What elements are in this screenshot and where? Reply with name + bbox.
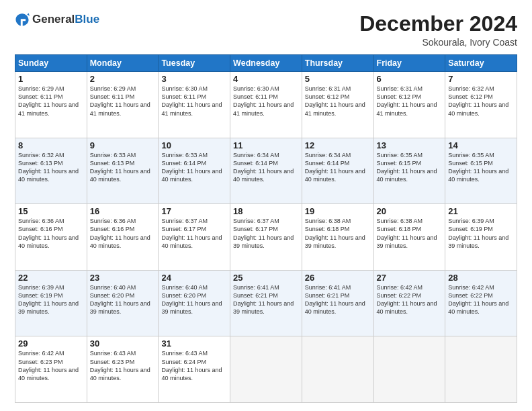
calendar-cell: 11Sunrise: 6:34 AMSunset: 6:14 PMDayligh… (230, 138, 302, 204)
day-number: 27 (377, 273, 443, 283)
calendar-week-1: 1Sunrise: 6:29 AMSunset: 6:11 PMDaylight… (15, 72, 517, 138)
logo-text-block: GeneralBlue (32, 13, 99, 26)
day-number: 11 (233, 140, 299, 150)
calendar-cell (445, 336, 517, 403)
header: GeneralBlue December 2024 Sokourala, Ivo… (15, 12, 517, 48)
calendar-cell: 18Sunrise: 6:37 AMSunset: 6:17 PMDayligh… (230, 204, 302, 271)
day-number: 17 (161, 206, 227, 216)
title-block: December 2024 Sokourala, Ivory Coast (359, 12, 517, 48)
day-number: 28 (448, 273, 514, 283)
day-info: Sunrise: 6:33 AMSunset: 6:13 PMDaylight:… (90, 151, 156, 184)
day-number: 16 (90, 206, 156, 216)
calendar-cell: 14Sunrise: 6:35 AMSunset: 6:15 PMDayligh… (445, 138, 517, 204)
day-number: 1 (18, 74, 84, 84)
logo-general: GeneralBlue (32, 13, 99, 26)
calendar-cell: 15Sunrise: 6:36 AMSunset: 6:16 PMDayligh… (15, 204, 87, 271)
day-number: 2 (90, 74, 156, 84)
calendar-cell: 12Sunrise: 6:34 AMSunset: 6:14 PMDayligh… (302, 138, 373, 204)
day-number: 13 (377, 140, 443, 150)
calendar-cell: 3Sunrise: 6:30 AMSunset: 6:11 PMDaylight… (159, 72, 230, 138)
day-number: 10 (161, 140, 227, 150)
calendar-cell: 10Sunrise: 6:33 AMSunset: 6:14 PMDayligh… (159, 138, 230, 204)
page: GeneralBlue December 2024 Sokourala, Ivo… (0, 0, 532, 411)
calendar-cell: 30Sunrise: 6:43 AMSunset: 6:23 PMDayligh… (87, 336, 159, 403)
calendar-cell: 24Sunrise: 6:40 AMSunset: 6:20 PMDayligh… (159, 270, 230, 336)
calendar-cell: 31Sunrise: 6:43 AMSunset: 6:24 PMDayligh… (159, 336, 230, 403)
day-info: Sunrise: 6:35 AMSunset: 6:15 PMDaylight:… (377, 151, 443, 184)
calendar-week-4: 22Sunrise: 6:39 AMSunset: 6:19 PMDayligh… (15, 270, 517, 336)
day-info: Sunrise: 6:42 AMSunset: 6:22 PMDaylight:… (377, 283, 443, 316)
day-number: 19 (305, 206, 371, 216)
day-number: 6 (377, 74, 443, 84)
day-info: Sunrise: 6:40 AMSunset: 6:20 PMDaylight:… (90, 283, 156, 316)
calendar-cell: 1Sunrise: 6:29 AMSunset: 6:11 PMDaylight… (15, 72, 87, 138)
calendar-cell: 16Sunrise: 6:36 AMSunset: 6:16 PMDayligh… (87, 204, 159, 271)
col-header-friday: Friday (373, 55, 445, 72)
day-info: Sunrise: 6:43 AMSunset: 6:23 PMDaylight:… (90, 349, 156, 382)
calendar-cell: 6Sunrise: 6:31 AMSunset: 6:12 PMDaylight… (373, 72, 445, 138)
day-number: 18 (233, 206, 299, 216)
calendar-cell: 2Sunrise: 6:29 AMSunset: 6:11 PMDaylight… (87, 72, 159, 138)
day-number: 15 (18, 206, 84, 216)
calendar-cell: 28Sunrise: 6:42 AMSunset: 6:22 PMDayligh… (445, 270, 517, 336)
day-number: 25 (233, 273, 299, 283)
logo: GeneralBlue (15, 12, 99, 27)
col-header-sunday: Sunday (15, 55, 87, 72)
day-number: 4 (233, 74, 299, 84)
calendar-cell (302, 336, 373, 403)
calendar-cell: 25Sunrise: 6:41 AMSunset: 6:21 PMDayligh… (230, 270, 302, 336)
calendar-cell: 9Sunrise: 6:33 AMSunset: 6:13 PMDaylight… (87, 138, 159, 204)
calendar-cell: 7Sunrise: 6:32 AMSunset: 6:12 PMDaylight… (445, 72, 517, 138)
day-number: 20 (377, 206, 443, 216)
day-info: Sunrise: 6:38 AMSunset: 6:18 PMDaylight:… (305, 217, 371, 250)
day-number: 12 (305, 140, 371, 150)
header-row: SundayMondayTuesdayWednesdayThursdayFrid… (15, 55, 517, 72)
day-info: Sunrise: 6:30 AMSunset: 6:11 PMDaylight:… (233, 85, 299, 118)
location-title: Sokourala, Ivory Coast (359, 37, 517, 48)
calendar-cell: 13Sunrise: 6:35 AMSunset: 6:15 PMDayligh… (373, 138, 445, 204)
day-info: Sunrise: 6:41 AMSunset: 6:21 PMDaylight:… (305, 283, 371, 316)
day-info: Sunrise: 6:37 AMSunset: 6:17 PMDaylight:… (161, 217, 227, 250)
day-info: Sunrise: 6:29 AMSunset: 6:11 PMDaylight:… (18, 85, 84, 118)
day-info: Sunrise: 6:32 AMSunset: 6:13 PMDaylight:… (18, 151, 84, 184)
day-number: 22 (18, 273, 84, 283)
calendar-cell: 27Sunrise: 6:42 AMSunset: 6:22 PMDayligh… (373, 270, 445, 336)
calendar-cell: 29Sunrise: 6:42 AMSunset: 6:23 PMDayligh… (15, 336, 87, 403)
month-title: December 2024 (359, 12, 517, 36)
calendar-cell: 22Sunrise: 6:39 AMSunset: 6:19 PMDayligh… (15, 270, 87, 336)
day-number: 31 (161, 338, 227, 349)
day-info: Sunrise: 6:35 AMSunset: 6:15 PMDaylight:… (448, 151, 514, 184)
col-header-saturday: Saturday (445, 55, 517, 72)
calendar-cell (373, 336, 445, 403)
day-info: Sunrise: 6:37 AMSunset: 6:17 PMDaylight:… (233, 217, 299, 250)
day-info: Sunrise: 6:33 AMSunset: 6:14 PMDaylight:… (161, 151, 227, 184)
day-info: Sunrise: 6:40 AMSunset: 6:20 PMDaylight:… (161, 283, 227, 316)
day-info: Sunrise: 6:32 AMSunset: 6:12 PMDaylight:… (448, 85, 514, 118)
day-info: Sunrise: 6:42 AMSunset: 6:23 PMDaylight:… (18, 349, 84, 382)
day-number: 23 (90, 273, 156, 283)
col-header-wednesday: Wednesday (230, 55, 302, 72)
day-info: Sunrise: 6:38 AMSunset: 6:18 PMDaylight:… (377, 217, 443, 250)
calendar-cell: 23Sunrise: 6:40 AMSunset: 6:20 PMDayligh… (87, 270, 159, 336)
col-header-thursday: Thursday (302, 55, 373, 72)
calendar-cell: 19Sunrise: 6:38 AMSunset: 6:18 PMDayligh… (302, 204, 373, 271)
day-number: 21 (448, 206, 514, 216)
day-info: Sunrise: 6:29 AMSunset: 6:11 PMDaylight:… (90, 85, 156, 118)
calendar-week-3: 15Sunrise: 6:36 AMSunset: 6:16 PMDayligh… (15, 204, 517, 271)
day-info: Sunrise: 6:31 AMSunset: 6:12 PMDaylight:… (377, 85, 443, 118)
day-info: Sunrise: 6:43 AMSunset: 6:24 PMDaylight:… (161, 349, 227, 382)
calendar-table: SundayMondayTuesdayWednesdayThursdayFrid… (15, 54, 517, 403)
day-number: 26 (305, 273, 371, 283)
col-header-tuesday: Tuesday (159, 55, 230, 72)
day-info: Sunrise: 6:36 AMSunset: 6:16 PMDaylight:… (18, 217, 84, 250)
calendar-cell: 21Sunrise: 6:39 AMSunset: 6:19 PMDayligh… (445, 204, 517, 271)
day-info: Sunrise: 6:41 AMSunset: 6:21 PMDaylight:… (233, 283, 299, 316)
calendar-cell: 20Sunrise: 6:38 AMSunset: 6:18 PMDayligh… (373, 204, 445, 271)
day-number: 9 (90, 140, 156, 150)
day-number: 24 (161, 273, 227, 283)
calendar-week-2: 8Sunrise: 6:32 AMSunset: 6:13 PMDaylight… (15, 138, 517, 204)
calendar-cell: 17Sunrise: 6:37 AMSunset: 6:17 PMDayligh… (159, 204, 230, 271)
day-info: Sunrise: 6:31 AMSunset: 6:12 PMDaylight:… (305, 85, 371, 118)
day-number: 7 (448, 74, 514, 84)
day-info: Sunrise: 6:39 AMSunset: 6:19 PMDaylight:… (18, 283, 84, 316)
